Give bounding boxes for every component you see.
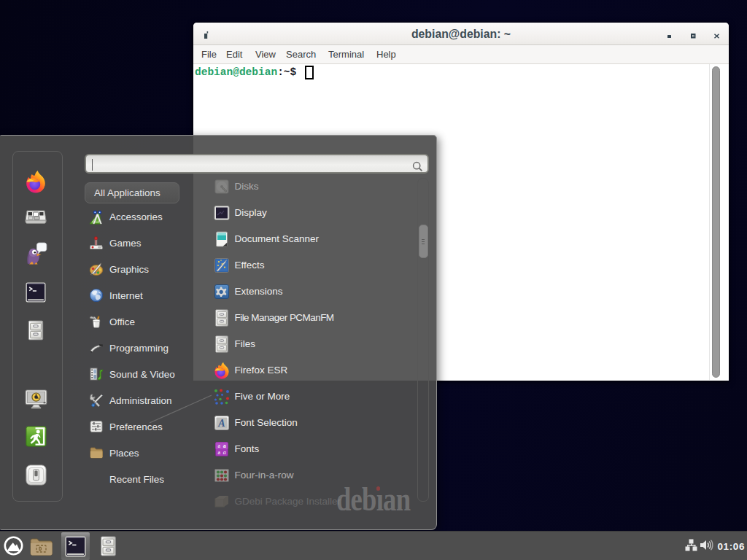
svg-text:a: a	[217, 449, 220, 456]
svg-text:a: a	[217, 443, 220, 449]
svg-text:A: A	[217, 418, 225, 429]
svg-text:a: a	[223, 449, 226, 456]
svg-text:a: a	[223, 443, 226, 449]
